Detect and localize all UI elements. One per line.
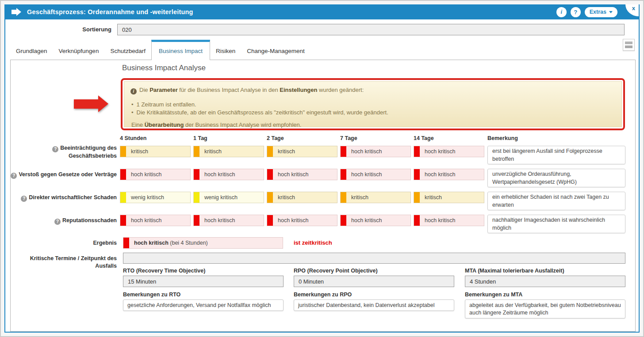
impact-cell[interactable]: hoch kritisch	[267, 169, 337, 180]
sortierung-label: Sortierung	[5, 26, 111, 33]
row-label-verstoss: ?Verstoß gegen Gesetze oder Verträge	[11, 171, 117, 179]
titlebar-actions: i ? Extras	[556, 7, 632, 17]
tab-grundlagen[interactable]: Grundlagen	[10, 42, 53, 60]
severity-indicator	[120, 192, 126, 203]
result-label: Ergebnis	[11, 239, 117, 247]
result-value: hoch kritisch (bei 4 Stunden)	[123, 237, 283, 249]
zeitkritisch-status-badge: ist zeitkritisch	[294, 239, 332, 246]
impact-cell[interactable]: hoch kritisch	[193, 169, 264, 180]
severity-indicator	[194, 169, 199, 180]
warning-bullet-list: 1 Zeitraum ist entfallen. Die Kritikalit…	[131, 101, 615, 116]
impact-cell[interactable]: kritisch	[340, 192, 411, 203]
severity-indicator	[414, 169, 420, 180]
remark-field[interactable]: erst bei längerem Ausfall sind Folgeproz…	[487, 146, 625, 164]
column-header-7-tage: 7 Tage	[340, 135, 357, 141]
tab-verknuepfungen[interactable]: Verknüpfungen	[53, 42, 105, 60]
impact-cell[interactable]: hoch kritisch	[120, 215, 191, 226]
severity-indicator	[267, 192, 273, 203]
impact-cell[interactable]: hoch kritisch	[340, 146, 411, 157]
rpo-note-field[interactable]: juristischer Datenbestand, kein Datenver…	[294, 299, 454, 311]
mta-value-field: 4 Stunden	[465, 276, 625, 287]
severity-indicator	[341, 169, 346, 180]
severity-indicator	[414, 146, 420, 157]
warning-intro: iDie Parameter für die Business Impact A…	[130, 87, 615, 95]
severity-indicator	[120, 169, 126, 180]
title-bar: Geschäftsprozess: Orderannahme und -weit…	[5, 4, 639, 19]
warning-bullet: 1 Zeitraum ist entfallen.	[131, 101, 615, 108]
severity-indicator	[120, 215, 126, 226]
info-icon[interactable]: i	[556, 7, 567, 17]
severity-indicator	[267, 215, 273, 226]
tab-schutzbedarf[interactable]: Schutzbedarf	[104, 42, 151, 60]
impact-cell[interactable]: hoch kritisch	[340, 169, 411, 180]
severity-indicator	[120, 146, 126, 157]
impact-cell[interactable]: hoch kritisch	[120, 169, 191, 180]
tab-risiken[interactable]: Risiken	[210, 42, 241, 60]
mta-label: MTA (Maximal tolerierbare Ausfallzeit)	[465, 268, 564, 274]
remark-field[interactable]: unverzügliche Orderausführung, Wertpapie…	[487, 169, 625, 187]
window-title: Geschäftsprozess: Orderannahme und -weit…	[27, 8, 193, 15]
impact-cell[interactable]: hoch kritisch	[193, 215, 264, 226]
impact-cell[interactable]: hoch kritisch	[414, 146, 484, 157]
remark-field[interactable]: ein erheblicher Schaden ist nach zwei Ta…	[487, 192, 625, 210]
rto-note-label: Bemerkungen zu RTO	[123, 292, 180, 298]
severity-indicator	[267, 146, 273, 157]
severity-indicator	[414, 215, 420, 226]
impact-cell[interactable]: hoch kritisch	[414, 215, 484, 226]
impact-cell[interactable]: kritisch	[267, 192, 337, 203]
help-icon[interactable]: ?	[571, 7, 581, 17]
severity-indicator	[341, 146, 346, 157]
impact-cell[interactable]: kritisch	[414, 192, 484, 203]
impact-cell[interactable]: hoch kritisch	[267, 215, 337, 226]
mta-note-label: Bemerkungen zu MTA	[465, 292, 522, 298]
page-title: Business Impact Analyse	[122, 64, 206, 72]
impact-cell[interactable]: kritisch	[120, 146, 191, 157]
business-impact-panel: Business Impact Analyse iDie Parameter f…	[10, 60, 636, 332]
parameter-change-warning: iDie Parameter für die Business Impact A…	[124, 81, 622, 127]
rpo-value-field: 0 Minuten	[294, 276, 454, 287]
column-header-4-stunden: 4 Stunden	[120, 135, 146, 141]
row-label-wirtschaftlicher-schaden: ?Direkter wirtschaftlicher Schaden	[11, 194, 117, 202]
rto-label: RTO (Recovery Time Objective)	[123, 268, 205, 274]
column-header-14-tage: 14 Tage	[414, 135, 434, 141]
warning-footer: Eine Überarbeitung der Business Impact A…	[131, 121, 615, 128]
tab-business-impact[interactable]: Business Impact	[151, 40, 210, 60]
row-label-beeintraechtigung: ?Beeinträchtigung des Geschäftsbetriebs	[11, 144, 117, 160]
list-toggle-icon[interactable]	[623, 39, 635, 51]
mta-note-field[interactable]: abgeleitet aus der Verfügbarkeit, bei gu…	[465, 299, 625, 318]
extras-label: Extras	[590, 9, 606, 15]
impact-cell[interactable]: hoch kritisch	[414, 169, 484, 180]
info-icon: i	[130, 88, 137, 95]
severity-indicator	[194, 215, 199, 226]
process-arrow-icon	[12, 8, 21, 16]
tab-change-management[interactable]: Change-Management	[241, 42, 310, 60]
column-header-1-tag: 1 Tag	[193, 135, 207, 141]
impact-cell[interactable]: kritisch	[267, 146, 337, 157]
question-icon[interactable]: ?	[21, 196, 27, 202]
rto-value-field: 15 Minuten	[123, 276, 284, 287]
severity-indicator	[194, 192, 199, 203]
impact-cell[interactable]: hoch kritisch	[340, 215, 411, 226]
annotation-highlight-border: iDie Parameter für die Business Impact A…	[121, 78, 625, 130]
impact-cell[interactable]: kritisch	[193, 146, 264, 157]
impact-cell[interactable]: wenig kritisch	[120, 192, 191, 203]
severity-indicator	[414, 192, 420, 203]
impact-cell[interactable]: wenig kritisch	[193, 192, 264, 203]
severity-indicator	[267, 169, 273, 180]
critical-dates-field	[123, 253, 625, 264]
chevron-down-icon	[609, 11, 613, 13]
rto-note-field[interactable]: gesetzliche Anforderungen, Versand per N…	[123, 299, 284, 311]
extras-button[interactable]: Extras	[585, 7, 617, 17]
critical-dates-label: Kritische Termine / Zeitpunkt des Ausfal…	[11, 255, 117, 270]
rpo-label: RPO (Recovery Point Objective)	[294, 268, 378, 274]
row-label-reputationsschaden: ?Reputationsschaden	[11, 217, 117, 225]
column-header-bemerkung: Bemerkung	[487, 135, 518, 141]
remark-field[interactable]: nachhaltiger Imageschaden ist wahrschein…	[487, 215, 625, 233]
severity-indicator	[341, 192, 346, 203]
severity-indicator	[123, 238, 129, 248]
tab-bar: Grundlagen Verknüpfungen Schutzbedarf Bu…	[10, 42, 310, 60]
sortierung-input: 020	[117, 24, 625, 35]
question-icon[interactable]: ?	[52, 146, 58, 152]
question-icon[interactable]: ?	[54, 219, 61, 225]
question-icon[interactable]: ?	[11, 173, 17, 179]
